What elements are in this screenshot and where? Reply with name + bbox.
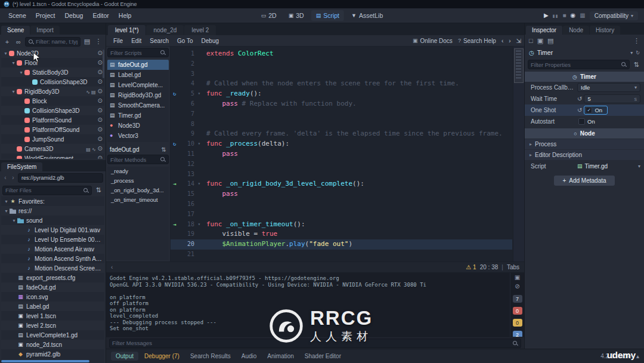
fold-arrow-icon[interactable] <box>196 139 203 149</box>
code-minimap[interactable] <box>513 47 524 262</box>
expand-arrow-icon[interactable] <box>10 89 17 94</box>
method-item[interactable]: _process <box>107 176 169 186</box>
visibility-eye-icon[interactable]: ⊙ <box>98 50 103 56</box>
code-line[interactable]: 12 <box>171 159 512 170</box>
expand-arrow-icon[interactable] <box>3 208 10 214</box>
script-list-item[interactable]: Vector3 <box>107 131 169 141</box>
connection-gutter-icon[interactable] <box>171 89 179 99</box>
script-list-item[interactable]: Label.gd <box>107 70 169 80</box>
chevron-down-icon[interactable]: ▾ <box>630 50 633 56</box>
back-icon[interactable]: ‹ <box>2 174 8 181</box>
add-metadata-button[interactable]: +Add Metadata <box>554 176 614 186</box>
script-menu-item[interactable]: Debug <box>197 36 223 45</box>
code-line[interactable]: 3 <box>171 69 512 79</box>
scene-tree-row[interactable]: StaticBody3D ⊙ <box>1 67 104 77</box>
extra-options-icon[interactable]: ⋮ <box>633 37 640 45</box>
property-group[interactable]: ▸Process <box>525 139 644 149</box>
renderer-select[interactable]: Compatibility▾ <box>590 11 638 20</box>
scene-tree-row[interactable]: WorldEnvironment ⊙ <box>1 153 104 159</box>
bottom-panel-tab[interactable]: Audio <box>237 352 262 361</box>
file-row[interactable]: Motion Ascend Synth A.wav <box>1 254 104 263</box>
scene-tree-row[interactable]: Node3D ⊙ <box>1 48 104 58</box>
node-badge-icon[interactable] <box>91 90 96 95</box>
script-list-item[interactable]: SmoothCamera... <box>107 100 169 110</box>
code-line[interactable]: 2 <box>171 59 512 69</box>
connection-gutter-icon[interactable] <box>171 179 179 189</box>
code-line[interactable]: 16 <box>171 199 512 210</box>
workspace-tab[interactable]: ▤Script <box>311 10 344 21</box>
collapse-panel-icon[interactable]: ‹ <box>111 264 113 270</box>
chevron-down-icon[interactable]: ▾ <box>638 164 640 169</box>
history-forward-icon[interactable]: › <box>509 38 510 44</box>
fold-arrow-icon[interactable] <box>196 89 203 99</box>
filter-methods-input[interactable] <box>110 156 158 163</box>
file-row[interactable]: LevelComplete1.gd <box>1 330 104 340</box>
tab-scene[interactable]: Scene <box>1 26 30 35</box>
menu-item[interactable]: Project <box>31 10 60 21</box>
code-line[interactable]: 21 <box>171 250 512 260</box>
file-row[interactable]: level 2.tscn <box>1 321 104 330</box>
log-filter-toggle[interactable]: 0 <box>513 319 522 327</box>
inspector-tab[interactable]: Node <box>563 26 589 35</box>
expand-arrow-icon[interactable] <box>10 60 17 66</box>
code-editor[interactable]: 1 extends ColorRect 2 <box>171 47 524 262</box>
script-menu-item[interactable]: Go To <box>173 36 197 45</box>
filter-properties-input[interactable] <box>531 61 619 68</box>
online-docs-link[interactable]: ▣Online Docs <box>413 38 453 44</box>
visibility-eye-icon[interactable]: ⊙ <box>98 127 103 133</box>
grid-button[interactable]: ▦ <box>580 13 585 19</box>
visibility-eye-icon[interactable]: ⊙ <box>98 136 103 142</box>
copy-log-icon[interactable]: ▣ <box>515 275 520 281</box>
visibility-eye-icon[interactable]: ⊙ <box>98 88 103 94</box>
visibility-eye-icon[interactable]: ⊙ <box>98 98 103 104</box>
script-list-item[interactable]: RigidBody3D.gd <box>107 90 169 100</box>
sort-methods-icon[interactable]: ⇅ <box>162 146 166 153</box>
menu-item[interactable]: Debug <box>60 10 88 21</box>
process-callback-select[interactable]: Idle▾ <box>577 83 640 92</box>
file-row[interactable]: fadeOut.gd <box>1 282 104 292</box>
log-filter-toggle[interactable]: 7 <box>513 295 522 303</box>
file-row[interactable]: level 1.tscn <box>1 311 104 321</box>
object-history-icon[interactable]: ↻ <box>636 50 640 56</box>
visibility-eye-icon[interactable]: ⊙ <box>98 69 103 75</box>
code-line[interactable]: 4 # Called when the node enters the scen… <box>171 79 512 89</box>
revert-icon[interactable]: ↺ <box>577 96 582 102</box>
category-timer[interactable]: ◷Timer <box>525 72 644 82</box>
property-group[interactable]: ▸Editor Description <box>525 150 644 160</box>
file-row[interactable]: icon.svg <box>1 292 104 302</box>
movie-mode-button[interactable]: ◉ <box>571 13 576 19</box>
file-row[interactable]: export_presets.cfg <box>1 273 104 282</box>
filter-scripts-input[interactable] <box>110 50 158 56</box>
forward-icon[interactable]: › <box>10 174 16 181</box>
node-badge-icon[interactable] <box>86 90 90 95</box>
minimap-viewport[interactable] <box>514 48 524 83</box>
code-line[interactable]: 5 func _ready(): <box>171 89 512 99</box>
visibility-eye-icon[interactable]: ⊙ <box>98 146 103 152</box>
menu-item[interactable]: Help <box>114 10 137 21</box>
scene-tree-scrollbar[interactable] <box>103 50 104 78</box>
code-line[interactable]: 15 pass <box>171 189 512 199</box>
play-button[interactable]: ▶ <box>544 13 549 19</box>
file-row[interactable]: Motion Descend Screen.wav <box>1 263 104 273</box>
visibility-eye-icon[interactable]: ⊙ <box>98 60 103 66</box>
visibility-eye-icon[interactable]: ⊙ <box>98 155 103 159</box>
scene-tree-row[interactable]: RigidBody3D ⊙ <box>1 87 104 96</box>
script-list-item[interactable]: LevelComplete... <box>107 80 169 90</box>
add-node-button[interactable]: + <box>2 37 12 47</box>
expand-arrow-icon[interactable] <box>18 70 24 75</box>
property-options-icon[interactable]: ⇅ <box>631 60 641 69</box>
log-filter-toggle[interactable]: 0 <box>513 307 522 315</box>
scene-tree-row[interactable]: CollisionShape3D ⊙ <box>1 106 104 115</box>
visibility-eye-icon[interactable]: ⊙ <box>98 117 103 123</box>
bottom-panel-tab[interactable]: Output <box>111 352 138 361</box>
method-item[interactable]: _ready <box>107 167 169 176</box>
file-row[interactable]: pyramid2.glb <box>1 349 104 359</box>
code-line[interactable]: 1 extends ColorRect <box>171 49 512 59</box>
wait-time-field[interactable]: 5s <box>584 94 640 103</box>
search-help-link[interactable]: ?Search Help <box>458 38 496 44</box>
scene-tree-row[interactable]: PlatformOffSound ⊙ <box>1 125 104 134</box>
script-menu-item[interactable]: Search <box>145 36 173 45</box>
scene-filter-input[interactable] <box>36 38 78 45</box>
filter-messages-input[interactable] <box>112 340 510 346</box>
float-panel-icon[interactable]: ⇲ <box>516 38 521 44</box>
